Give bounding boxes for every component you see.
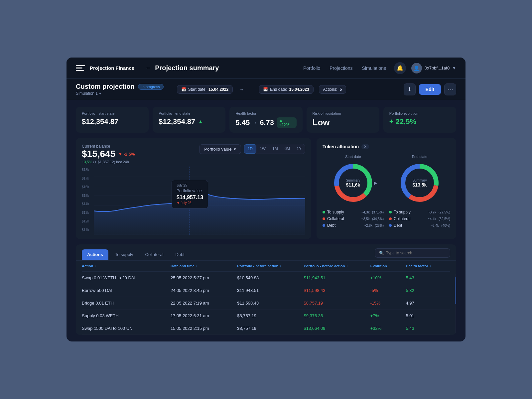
td-date-4: 15.05.2022 2:15 pm bbox=[171, 326, 237, 331]
td-action-0: Swap 0.01 WETH to 20 DAI bbox=[82, 275, 171, 280]
td-health-3: 5.01 bbox=[406, 313, 451, 318]
health-factor-label: Health factor bbox=[235, 111, 296, 115]
table-row: Bridge 0.01 ETH 22.05.2022 7:19 am $11,5… bbox=[82, 297, 450, 310]
td-health-1: 5.32 bbox=[406, 288, 451, 293]
sort-icon-after: ↓ bbox=[346, 264, 348, 268]
end-date-chip[interactable]: 📅 End date: 15.04.2023 bbox=[259, 85, 313, 94]
legend-row-collateral-end: Collateral ~4,4k (32,5%) bbox=[389, 216, 450, 221]
chart-area: $18k $17k $16k $15k $14k $13k $12k $11k bbox=[82, 167, 305, 233]
logo-line-2 bbox=[76, 67, 82, 68]
end-date-value: 15.04.2023 bbox=[289, 87, 309, 92]
chart-dropdown-label: Portfolio value bbox=[204, 147, 231, 152]
td-date-3: 17.05.2022 6:31 am bbox=[171, 313, 237, 318]
end-donut-section: End state bbox=[389, 155, 450, 204]
calendar-icon-2: 📅 bbox=[263, 87, 268, 92]
th-action[interactable]: Action ↓ bbox=[82, 264, 171, 268]
header: Projection Finance ← Projection summary … bbox=[66, 58, 466, 79]
middle-section: Current balance $15,645 ▼ -2,5% +3,5% (+… bbox=[76, 138, 456, 239]
simulation-label: Simulation 1 ▾ bbox=[76, 91, 164, 96]
balance-info: Current balance $15,645 ▼ -2,5% +3,5% (+… bbox=[82, 144, 135, 164]
time-btn-6m[interactable]: 6M bbox=[281, 144, 294, 154]
nav-simulations[interactable]: Simulations bbox=[362, 66, 386, 71]
time-btn-1m[interactable]: 1M bbox=[269, 144, 281, 154]
scrollbar-track bbox=[455, 274, 456, 335]
tab-bar: Actions To supply Collateral Debt 🔍 bbox=[76, 244, 456, 261]
td-action-4: Swap 1500 DAI to 100 UNI bbox=[82, 326, 171, 331]
edit-button[interactable]: Edit bbox=[419, 84, 441, 95]
sort-icon-before: ↓ bbox=[280, 264, 281, 268]
evolution-label: Portfolio evolution bbox=[389, 111, 450, 115]
th-before[interactable]: Portfolio - before action ↓ bbox=[237, 264, 304, 268]
chart-controls: Portfolio value ▾ 1D 1W 1M 6M 1Y bbox=[199, 144, 305, 154]
actions-count-chip: Actions: 5 bbox=[319, 85, 346, 94]
logo-area: Projection Finance bbox=[76, 63, 134, 73]
tab-collateral[interactable]: Collateral bbox=[140, 249, 169, 260]
nav-portfolio[interactable]: Portfolio bbox=[303, 66, 320, 71]
risk-label: Risk of liquidation bbox=[313, 111, 373, 115]
td-before-1: $11,943.51 bbox=[237, 288, 304, 293]
td-action-2: Bridge 0.01 ETH bbox=[82, 301, 171, 306]
start-legend-rows: To supply ~4,3k (37,5%) Colla bbox=[323, 210, 384, 228]
td-action-3: Supply 0.03 WETH bbox=[82, 313, 171, 318]
start-date-value: 15.04.2022 bbox=[208, 87, 228, 92]
td-after-1: $11,598.43 bbox=[304, 288, 370, 293]
td-date-0: 25.05.2022 5:27 pm bbox=[171, 275, 237, 280]
balance-value-row: $15,645 ▼ -2,5% bbox=[82, 149, 135, 159]
legend-row-supply-start: To supply ~4,3k (37,5%) bbox=[323, 210, 384, 214]
balance-change: ▼ -2,5% bbox=[118, 152, 135, 157]
tab-debt[interactable]: Debt bbox=[170, 249, 190, 260]
health-factor-start: 5.45 bbox=[235, 118, 250, 127]
donut-row: Start date bbox=[323, 155, 450, 204]
back-button[interactable]: ← bbox=[145, 65, 151, 71]
health-factor-row: 5.45 → 6.73 ▲ +22% bbox=[235, 117, 296, 128]
table-row: Supply 0.03 WETH 17.05.2022 6:31 am $8,7… bbox=[82, 310, 450, 322]
chart-dropdown[interactable]: Portfolio value ▾ bbox=[199, 144, 241, 154]
chart-y-labels: $18k $17k $16k $15k $14k $13k $12k $11k bbox=[82, 167, 94, 233]
stat-evolution: Portfolio evolution + 22,5% bbox=[383, 107, 456, 133]
user-address: 0x7bbf...1af0 bbox=[425, 66, 450, 70]
th-health[interactable]: Health factor ↓ bbox=[406, 264, 451, 268]
bottom-section: Actions To supply Collateral Debt 🔍 Acti… bbox=[76, 244, 456, 335]
user-menu[interactable]: 👤 0x7bbf...1af0 ▼ bbox=[411, 63, 456, 73]
start-date-label: Start date: bbox=[188, 87, 206, 92]
scrollbar-thumb[interactable] bbox=[455, 277, 456, 304]
more-options-button[interactable]: ⋯ bbox=[444, 83, 456, 95]
main-content: Portfolio - start state $12,354.87 Portf… bbox=[66, 100, 466, 341]
collateral-dot-start bbox=[323, 217, 325, 220]
token-title: Token allocation bbox=[323, 144, 359, 149]
start-date-chip[interactable]: 📅 Start date: 15.04.2022 bbox=[177, 85, 233, 94]
time-btn-1y[interactable]: 1Y bbox=[293, 144, 305, 154]
table-row: Swap 0.01 WETH to 20 DAI 25.05.2022 5:27… bbox=[82, 272, 450, 284]
table-container: Action ↓ Date and time ↓ Portfolio - bef… bbox=[76, 261, 456, 335]
td-action-1: Borrow 500 DAI bbox=[82, 288, 171, 293]
download-button[interactable]: ⬇ bbox=[404, 83, 416, 95]
portfolio-end-value: $12,354.87 bbox=[159, 117, 195, 126]
search-input[interactable] bbox=[386, 251, 446, 255]
nav-projections[interactable]: Projections bbox=[330, 66, 352, 71]
portfolio-start-label: Portfolio - start state bbox=[82, 111, 143, 115]
td-before-0: $10,549.88 bbox=[237, 275, 304, 280]
projection-name: Custom projection bbox=[76, 83, 135, 90]
th-evolution[interactable]: Evolution ↓ bbox=[370, 264, 406, 268]
time-btn-1d[interactable]: 1D bbox=[244, 144, 256, 154]
health-factor-badge: ▲ +22% bbox=[277, 117, 297, 128]
th-date[interactable]: Date and time ↓ bbox=[171, 264, 237, 268]
notification-bell-button[interactable]: 🔔 bbox=[394, 62, 406, 74]
tab-actions[interactable]: Actions bbox=[82, 249, 108, 260]
collateral-dot-end bbox=[389, 217, 392, 220]
stat-portfolio-end: Portfolio - end state $12,354.87 ▲ bbox=[153, 107, 225, 133]
end-donut-center: Summary $13,5k bbox=[413, 179, 427, 188]
tab-to-supply[interactable]: To supply bbox=[110, 249, 139, 260]
end-legend: To supply ~3,7k (27,5%) Colla bbox=[389, 210, 450, 228]
sort-icon-health: ↓ bbox=[430, 264, 431, 268]
start-donut-center: Summary $11,6k bbox=[346, 179, 360, 188]
balance-amount: $15,645 bbox=[82, 149, 115, 159]
subheader-actions: ⬇ Edit ⋯ bbox=[404, 83, 456, 95]
donut-arrow-icon: ▶ bbox=[374, 180, 377, 186]
th-after[interactable]: Portfolio - before action ↓ bbox=[304, 264, 370, 268]
legend-area: To supply ~4,3k (37,5%) Colla bbox=[323, 210, 450, 228]
td-evo-0: +10% bbox=[370, 275, 406, 280]
td-after-3: $9,376.36 bbox=[304, 313, 370, 318]
time-btn-1w[interactable]: 1W bbox=[256, 144, 269, 154]
td-health-0: 5.43 bbox=[406, 275, 451, 280]
